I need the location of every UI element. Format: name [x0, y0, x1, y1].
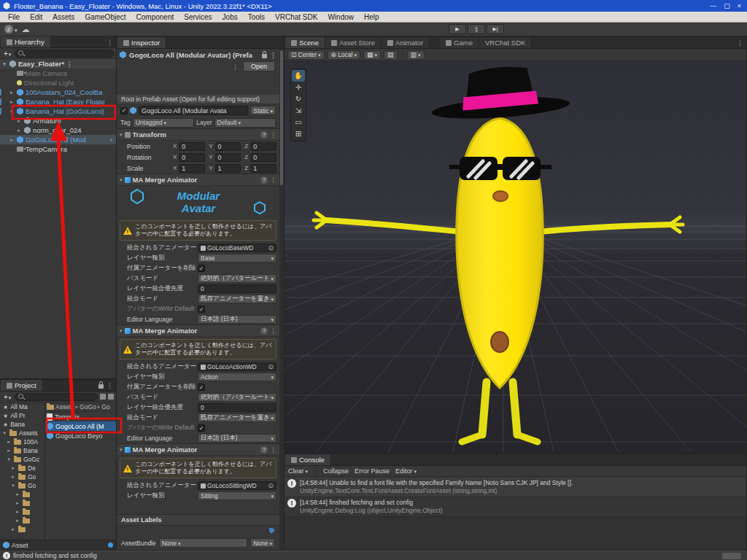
menu-assets[interactable]: Assets [47, 13, 80, 21]
ma-merge-animator-header[interactable]: ▾ MA Merge Animator [117, 174, 279, 186]
layer-type-dropdown[interactable]: Action [198, 373, 276, 381]
lock-icon[interactable] [98, 384, 104, 389]
menu-component[interactable]: Component [131, 13, 179, 21]
menu-file[interactable]: File [3, 13, 25, 21]
tab-asset-store[interactable]: Asset Store [325, 37, 382, 48]
static-dropdown[interactable]: Static [250, 106, 276, 115]
ma-merge-animator-header[interactable]: ▾ MA Merge Animator [117, 324, 279, 337]
scrollbar-thumb[interactable] [280, 50, 283, 185]
folder-item[interactable]: ▸Bana [0, 446, 44, 455]
hierarchy-search-input[interactable] [15, 50, 114, 58]
ma-merge-animator-header[interactable]: ▾ MA Merge Animator [117, 443, 279, 456]
inspector-tab[interactable]: Inspector [117, 37, 166, 48]
position-y-field[interactable]: 0 [215, 142, 241, 151]
assetbundle-variant-dropdown[interactable]: None [250, 538, 275, 548]
foldout-icon[interactable]: ▾ [120, 177, 123, 183]
folder-item[interactable]: ▸Go [0, 472, 44, 481]
scale-z-field[interactable]: 1 [250, 164, 276, 173]
menu-services[interactable]: Services [179, 13, 217, 21]
delete-attached-checkbox[interactable] [198, 384, 205, 391]
prefab-open-arrow-icon[interactable]: › [110, 136, 114, 144]
foldout-icon[interactable]: ▾ [120, 447, 123, 453]
rotation-x-field[interactable]: 0 [179, 153, 205, 162]
clear-button[interactable]: Clear [288, 467, 308, 475]
folder-item-assets[interactable]: ▾Assets [0, 429, 44, 438]
console-tab[interactable]: Console [285, 454, 331, 465]
transform-component-header[interactable]: ▾ Transform [117, 128, 279, 141]
panel-menu-icon[interactable] [737, 39, 743, 47]
hierarchy-item[interactable]: ▸100Avatars_024_CoolBa [0, 88, 116, 97]
step-button[interactable]: ▶| [487, 24, 504, 34]
position-z-field[interactable]: 0 [250, 142, 276, 151]
create-object-button[interactable]: + [2, 50, 12, 58]
collapse-button[interactable]: Collapse [323, 467, 349, 475]
delete-attached-checkbox[interactable] [198, 265, 205, 272]
favorite-item[interactable]: All Pr [0, 411, 44, 420]
pivot-mode-button[interactable]: ⊡Center [287, 50, 325, 60]
rotation-z-field[interactable]: 0 [250, 153, 276, 162]
search-by-type-icon[interactable] [100, 394, 106, 400]
animator-object-field[interactable]: GoLocoActionWD [198, 362, 276, 371]
layer-type-dropdown[interactable]: Sitting [198, 491, 276, 500]
hierarchy-item[interactable]: Directional Light [0, 78, 116, 88]
folder-item[interactable]: ▸100A [0, 438, 44, 446]
folder-item[interactable]: ▸ [0, 508, 44, 516]
assetbundle-dropdown[interactable]: None [159, 538, 247, 548]
scale-x-field[interactable]: 1 [179, 164, 205, 173]
console-message[interactable]: [14:58:44] Unable to find a font file wi… [285, 478, 746, 497]
inspector-menu-icon[interactable] [270, 51, 276, 59]
project-file[interactable]: GogoLoco Beyo [45, 431, 116, 440]
editor-button[interactable]: Editor [395, 467, 417, 475]
search-by-label-icon[interactable] [108, 394, 114, 400]
component-menu-icon[interactable] [270, 176, 276, 184]
tab-animator[interactable]: Animator [382, 37, 430, 48]
foldout-icon[interactable]: ▾ [120, 328, 123, 334]
panel-menu-icon[interactable] [107, 381, 113, 389]
object-picker-icon[interactable] [268, 482, 274, 489]
path-mode-dropdown[interactable]: 絶対的（アバタールートからのパ [198, 274, 276, 283]
help-icon[interactable] [260, 327, 268, 335]
hierarchy-item[interactable]: TempCamera [0, 144, 116, 154]
tool-settings-button[interactable]: ▥ [407, 50, 425, 60]
menu-help[interactable]: Help [359, 13, 384, 21]
folder-item[interactable]: ▸ [0, 490, 44, 499]
account-button[interactable]: Z [4, 25, 18, 34]
play-button[interactable]: ▶ [449, 24, 466, 34]
scene-viewport[interactable]: ✋ ✛ ↻ ⇲ ▭ ⊞ [285, 61, 746, 453]
write-defaults-checkbox[interactable] [198, 306, 205, 313]
pause-button[interactable]: || [468, 24, 485, 34]
close-button[interactable]: × [738, 2, 741, 9]
folder-item[interactable]: ▸De [0, 464, 44, 472]
project-tab[interactable]: Project [1, 380, 43, 391]
menu-window[interactable]: Window [322, 13, 359, 21]
rotation-y-field[interactable]: 0 [215, 153, 241, 162]
maximize-button[interactable]: ▢ [724, 2, 730, 9]
scale-y-field[interactable]: 1 [215, 164, 241, 173]
scene-options-icon[interactable] [66, 60, 73, 68]
layer-dropdown[interactable]: Default [214, 118, 276, 128]
tab-game[interactable]: Game [440, 37, 479, 48]
write-defaults-checkbox[interactable] [198, 424, 205, 432]
hierarchy-item[interactable]: ▸Banana_Hat (Easy Floate [0, 97, 116, 106]
inspector-scrollbar[interactable] [279, 49, 284, 550]
priority-field[interactable]: 0 [198, 284, 276, 293]
hierarchy-item[interactable]: ▸Armature [0, 116, 116, 125]
snap-toggle-button[interactable]: ▤ [384, 50, 398, 60]
project-file[interactable]: TempFix [45, 412, 116, 421]
create-asset-button[interactable]: + [2, 393, 12, 401]
grid-visibility-button[interactable]: ▦ [363, 50, 381, 60]
rect-tool-button[interactable]: ▭ [292, 117, 305, 128]
console-message[interactable]: [14:58:44] finshed fetching and set conf… [285, 497, 746, 517]
merge-mode-dropdown[interactable]: 既存アニメーターを置き換える [198, 413, 276, 422]
help-icon[interactable] [260, 446, 268, 454]
tab-scene[interactable]: Scene [285, 37, 325, 48]
folder-item[interactable]: ▸ [0, 516, 44, 525]
menu-tools[interactable]: Tools [243, 13, 270, 21]
folder-item[interactable]: ▸ [0, 525, 44, 534]
folder-item[interactable]: ▸ [0, 499, 44, 508]
favorite-item[interactable]: Bana [0, 420, 44, 429]
view-tool-button[interactable]: ✋ [292, 70, 305, 82]
layer-type-dropdown[interactable]: Base [198, 254, 276, 262]
object-picker-icon[interactable] [268, 244, 274, 252]
gameobject-name-field[interactable]: GogoLoco All (Modular Avata [139, 106, 248, 115]
